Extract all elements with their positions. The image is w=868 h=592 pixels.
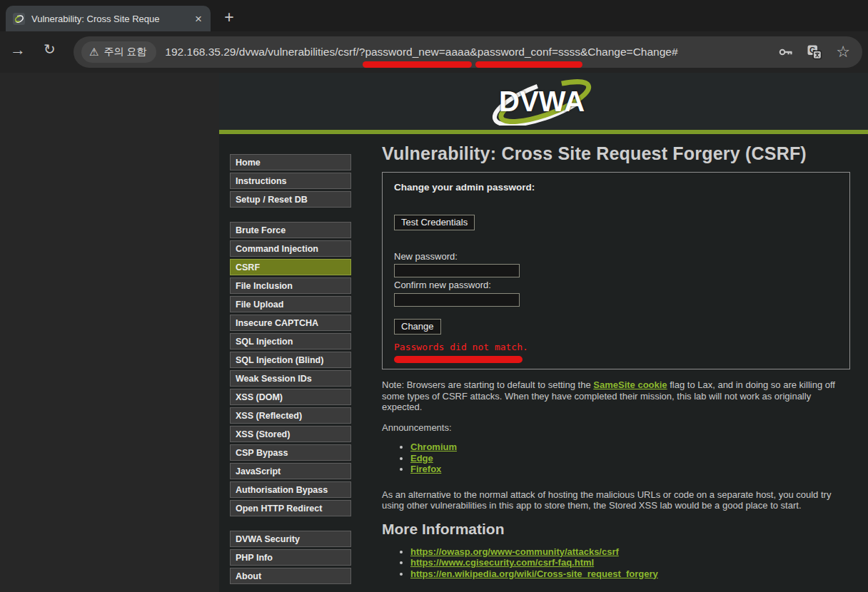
main-content: Vulnerability: Cross Site Request Forger… — [382, 144, 850, 579]
url-post: &Change=Change# — [580, 46, 678, 58]
sidebar-item[interactable]: DVWA Security — [230, 531, 351, 547]
announcements-label: Announcements: — [382, 422, 850, 434]
sidebar-item-label: Open HTTP Redirect — [236, 504, 322, 514]
confirm-password-input[interactable] — [394, 293, 520, 307]
more-information-title: More Information — [382, 521, 850, 537]
sidebar-item-label: CSP Bypass — [236, 448, 288, 458]
annotation-underline-error — [394, 356, 523, 363]
dvwa-logo-text: DVWA — [499, 86, 585, 118]
browser-tab[interactable]: Vulnerability: Cross Site Reque × — [6, 6, 211, 31]
error-message: Passwords did not match. — [394, 342, 838, 353]
change-button[interactable]: Change — [394, 319, 441, 335]
sidebar-item[interactable]: Open HTTP Redirect — [230, 500, 351, 516]
url-separator: & — [470, 46, 477, 58]
tab-close-icon[interactable]: × — [192, 11, 205, 26]
new-tab-button[interactable]: + — [218, 7, 240, 29]
dvwa-page: DVWA Home Instructions — [219, 73, 868, 592]
page-background: DVWA Home Instructions — [0, 73, 868, 592]
new-password-label: New password: — [394, 251, 838, 262]
sidebar-item-label: XSS (Reflected) — [236, 411, 302, 421]
browser-window: Vulnerability: Cross Site Reque × + → ↻ … — [0, 0, 868, 592]
sidebar-item[interactable]: XSS (Stored) — [230, 426, 351, 442]
announcement-links: Chromium Edge Firefox — [382, 442, 850, 475]
sidebar-item-label: XSS (DOM) — [236, 392, 283, 402]
browser-toolbar: → ↻ ⚠ 주의 요함 192.168.35.29/dvwa/vulnerabi… — [0, 31, 868, 73]
forward-icon[interactable]: → — [10, 41, 26, 59]
sidebar-item-label: Authorisation Bypass — [236, 485, 328, 495]
dvwa-favicon-icon — [13, 13, 25, 25]
sidebar-item-label: Setup / Reset DB — [236, 195, 308, 205]
sidebar-item-label: SQL Injection — [236, 337, 293, 347]
bookmark-star-icon[interactable]: ☆ — [834, 44, 852, 61]
list-item: https://owasp.org/www-community/attacks/… — [410, 546, 850, 558]
samesite-note: Note: Browsers are starting to default t… — [382, 379, 850, 413]
list-item: https://en.wikipedia.org/wiki/Cross-site… — [410, 568, 850, 580]
more-information-links: https://owasp.org/www-community/attacks/… — [382, 546, 850, 580]
sidebar-item[interactable]: Insecure CAPTCHA — [230, 315, 351, 331]
sidebar-item-label: Weak Session IDs — [236, 374, 312, 384]
translate-icon[interactable]: G — [806, 44, 823, 61]
omnibox-icons: G ☆ — [777, 44, 862, 61]
url-param-password-conf: password_conf=ssss — [478, 46, 580, 58]
sidebar-menu: Home Instructions Setup / Reset DB — [230, 154, 351, 592]
sidebar-item-label: Instructions — [236, 176, 287, 186]
sidebar-item-label: SQL Injection (Blind) — [236, 355, 323, 365]
sidebar-item[interactable]: Setup / Reset DB — [230, 191, 351, 208]
tab-title: Vulnerability: Cross Site Reque — [31, 14, 186, 24]
sidebar-item-label: CSRF — [236, 262, 260, 272]
dvwa-header: DVWA — [219, 73, 868, 130]
sidebar-item[interactable]: About — [230, 568, 351, 584]
menu-group-general: Home Instructions Setup / Reset DB — [230, 154, 351, 208]
address-bar[interactable]: ⚠ 주의 요함 192.168.35.29/dvwa/vulnerabiliti… — [74, 36, 862, 68]
url-param-password-new: password_new=aaaa — [365, 46, 470, 58]
page-title: Vulnerability: Cross Site Request Forger… — [382, 144, 850, 163]
sidebar-item-label: File Inclusion — [236, 281, 293, 291]
csrf-form-box: Change your admin password: Test Credent… — [382, 172, 850, 369]
test-credentials-button[interactable]: Test Credentials — [394, 215, 475, 230]
reload-icon[interactable]: ↻ — [44, 41, 56, 58]
sidebar-item-label: JavaScript — [236, 466, 281, 476]
more-info-link[interactable]: https://owasp.org/www-community/attacks/… — [410, 546, 619, 557]
password-key-icon[interactable] — [777, 44, 794, 61]
list-item: Chromium — [410, 442, 850, 453]
menu-group-vulnerabilities: Brute Force Command Injection CSRF — [230, 222, 351, 516]
form-caption: Change your admin password: — [394, 182, 838, 193]
sidebar-item[interactable]: File Upload — [230, 296, 351, 312]
sidebar-item-label: XSS (Stored) — [236, 429, 290, 439]
sidebar-item[interactable]: Command Injection — [230, 240, 351, 257]
sidebar-item[interactable]: JavaScript — [230, 463, 351, 479]
sidebar-item[interactable]: Authorisation Bypass — [230, 481, 351, 498]
security-chip[interactable]: ⚠ 주의 요함 — [81, 41, 156, 63]
sidebar-item[interactable]: PHP Info — [230, 549, 351, 566]
sidebar-item[interactable]: File Inclusion — [230, 277, 351, 294]
sidebar-item[interactable]: SQL Injection — [230, 333, 351, 349]
announcement-link[interactable]: Chromium — [410, 442, 457, 452]
note-text-before: Note: Browsers are starting to default t… — [382, 379, 593, 390]
samesite-cookie-link[interactable]: SameSite cookie — [593, 379, 667, 390]
sidebar-item[interactable]: XSS (DOM) — [230, 389, 351, 405]
announcement-link[interactable]: Edge — [410, 453, 433, 464]
security-chip-label: 주의 요함 — [104, 46, 146, 58]
sidebar-item[interactable]: Weak Session IDs — [230, 370, 351, 387]
announcement-link[interactable]: Firefox — [410, 464, 441, 474]
sidebar-item[interactable]: CSP Bypass — [230, 444, 351, 461]
sidebar-item[interactable]: Home — [230, 154, 351, 170]
confirm-password-label: Confirm new password: — [394, 280, 838, 291]
sidebar-item-label: Insecure CAPTCHA — [236, 318, 318, 328]
sidebar-item[interactable]: SQL Injection (Blind) — [230, 352, 351, 368]
sidebar-item-label: Command Injection — [236, 244, 318, 254]
url-pre: 192.168.35.29/dvwa/vulnerabilities/csrf/… — [165, 46, 365, 58]
sidebar-item[interactable]: Instructions — [230, 173, 351, 189]
dvwa-logo: DVWA — [483, 77, 605, 126]
new-password-input[interactable] — [394, 264, 520, 277]
warning-icon: ⚠ — [89, 46, 99, 58]
sidebar-item-label: Brute Force — [236, 225, 286, 235]
sidebar-item[interactable]: XSS (Reflected) — [230, 407, 351, 424]
more-info-link[interactable]: https://en.wikipedia.org/wiki/Cross-site… — [410, 568, 658, 579]
more-info-link[interactable]: https://www.cgisecurity.com/csrf-faq.htm… — [410, 557, 594, 568]
sidebar-item-label: DVWA Security — [236, 534, 300, 544]
tab-strip: Vulnerability: Cross Site Reque × + — [0, 0, 868, 31]
sidebar-item[interactable]: Brute Force — [230, 222, 351, 238]
url-text: 192.168.35.29/dvwa/vulnerabilities/csrf/… — [165, 46, 677, 58]
sidebar-item[interactable]: CSRF — [230, 259, 351, 275]
